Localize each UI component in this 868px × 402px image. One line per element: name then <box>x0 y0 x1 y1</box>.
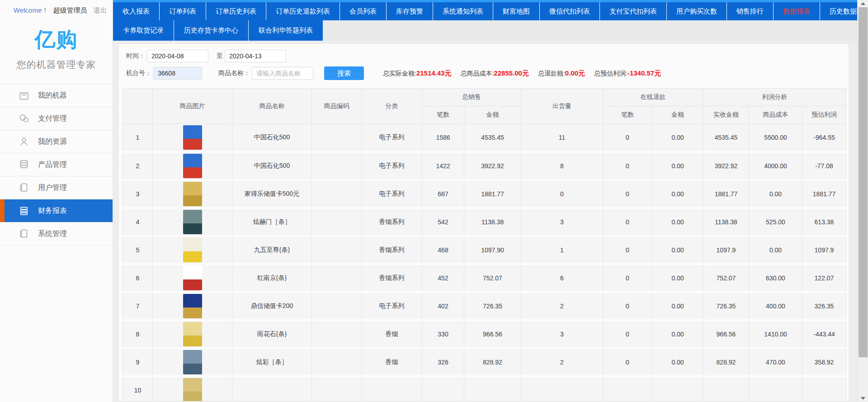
sidebar-item-我的机器[interactable]: 我的机器 <box>0 84 113 107</box>
scroll-up-arrow-icon[interactable] <box>858 0 868 7</box>
cell-received: 726.35 <box>703 292 749 320</box>
cell-sales_amount: 1097.90 <box>464 236 521 264</box>
cell-sales_count: 468 <box>422 236 464 264</box>
report-table: 商品图片 商品名称 商品编码 分类 总销售 出货量 在线退款 利润分析 笔数 <box>123 88 846 402</box>
col-est-profit: 预估利润 <box>802 106 846 124</box>
payment-icon <box>18 113 30 124</box>
summary-bar: 总实际金额:21514.43元总商品成本:22855.00元总退款额:0.00元… <box>383 69 670 78</box>
top-nav-item-用户购买次数[interactable]: 用户购买次数 <box>666 2 726 20</box>
cell-code <box>312 264 362 292</box>
summary-value: 21514.43元 <box>416 69 452 77</box>
top-nav-item-订单列表[interactable]: 订单列表 <box>159 2 206 20</box>
cell-profit: 1881.77 <box>802 180 846 208</box>
cell-cost: 525.00 <box>749 208 802 236</box>
sidebar-item-系统管理[interactable]: 系统管理 <box>0 222 113 246</box>
sidebar: Welcome！ 超级管理员 退出 亿购 您的机器管理专家 我的机器支付管理我的… <box>0 0 113 402</box>
top-nav-item-会员列表[interactable]: 会员列表 <box>340 2 386 20</box>
col-sales-count: 笔数 <box>422 106 464 124</box>
filter-row-time: 时间： 至 <box>126 49 845 63</box>
cell-name: 中国石化500 <box>232 124 312 152</box>
logout-link[interactable]: 退出 <box>94 6 107 14</box>
col-group-online-refund: 在线退款 <box>603 89 703 106</box>
sidebar-item-label: 支付管理 <box>38 114 67 123</box>
summary-value: -1340.57元 <box>627 69 661 77</box>
cell-refund_amount: 0.00 <box>652 124 703 152</box>
cell-cost: 1410.00 <box>749 320 802 348</box>
cell-received: 752.07 <box>703 264 749 292</box>
cell-ship: 3 <box>521 320 603 348</box>
sidebar-item-我的资源[interactable]: 我的资源 <box>0 130 113 153</box>
top-nav-item-收入报表[interactable]: 收入报表 <box>113 2 159 20</box>
col-refund-amount: 金额 <box>652 106 703 124</box>
machine-id-input[interactable] <box>153 67 202 80</box>
col-refund-count: 笔数 <box>603 106 652 124</box>
cell-name: 家得乐储值卡500元 <box>232 180 312 208</box>
cell-code <box>312 180 362 208</box>
cell-sales_count: 687 <box>422 180 464 208</box>
top-nav-item-微信代扣列表[interactable]: 微信代扣列表 <box>539 2 599 20</box>
cell-sales_amount: 966.56 <box>464 320 521 348</box>
document-icon <box>18 182 30 194</box>
cell-sales_amount: 1881.77 <box>464 180 521 208</box>
top-nav-item-历史数据报表[interactable]: 历史数据报表 <box>820 2 857 20</box>
table-body: 1中国石化500电子系列15864535.451100.004535.45550… <box>123 124 846 402</box>
top-nav-item-支付宝代扣列表[interactable]: 支付宝代扣列表 <box>599 2 666 20</box>
product-name-input[interactable] <box>252 67 313 80</box>
cell-refund_count: 0 <box>603 152 652 180</box>
top-nav-item-财富地图[interactable]: 财富地图 <box>493 2 539 20</box>
sub-nav-item-联合利华答题列表[interactable]: 联合利华答题列表 <box>248 20 323 41</box>
sidebar-item-支付管理[interactable]: 支付管理 <box>0 107 113 130</box>
cell-sales_count: 542 <box>422 208 464 236</box>
product-image <box>183 350 202 374</box>
top-nav-item-销售排行[interactable]: 销售排行 <box>726 2 773 20</box>
cell-idx: 1 <box>123 124 153 152</box>
product-image-cell <box>153 152 232 180</box>
cell-idx: 9 <box>123 348 153 376</box>
cell-refund_count: 0 <box>603 264 652 292</box>
layers-icon <box>18 205 30 217</box>
summary-item: 总预估利润:-1340.57元 <box>594 69 661 78</box>
sub-nav-item-历史存货卡券中心[interactable]: 历史存货卡券中心 <box>174 20 248 41</box>
scroll-down-arrow-icon[interactable] <box>858 395 868 402</box>
cell-sales_amount: 3922.92 <box>464 152 521 180</box>
table-row: 8雨花石(条)香烟330966.56300.00966.561410.00-44… <box>123 320 846 348</box>
cell-sales_amount <box>464 376 521 402</box>
col-category: 分类 <box>362 89 422 124</box>
cell-refund_count: 0 <box>603 348 652 376</box>
sidebar-item-产品管理[interactable]: 产品管理 <box>0 153 113 176</box>
sub-nav-item-卡券取货记录[interactable]: 卡券取货记录 <box>113 20 174 41</box>
top-nav-item-数据报表[interactable]: 数据报表 <box>773 2 820 20</box>
cell-category: 香烟系列 <box>362 208 422 236</box>
main-area: 收入报表订单列表订单历史列表订单历史退款列表会员列表库存预警系统通知列表财富地图… <box>113 0 857 402</box>
cell-profit: 1097.9 <box>802 236 846 264</box>
scrollbar-thumb[interactable] <box>859 7 868 357</box>
content: 时间： 至 机台号： 商品名称： 搜索 总实际金额:21514.43元总商品成本 <box>113 41 857 402</box>
cell-category: 电子系列 <box>362 292 422 320</box>
sidebar-item-用户管理[interactable]: 用户管理 <box>0 176 113 199</box>
cell-code <box>312 208 362 236</box>
cell-idx: 8 <box>123 320 153 348</box>
cell-category: 香烟系列 <box>362 264 422 292</box>
cell-sales_count: 1422 <box>422 152 464 180</box>
date-to-input[interactable] <box>225 50 286 62</box>
date-from-input[interactable] <box>147 50 208 62</box>
cell-code <box>312 348 362 376</box>
top-nav-item-订单历史列表[interactable]: 订单历史列表 <box>206 2 266 20</box>
cell-name: 九五至尊(条) <box>232 236 312 264</box>
cell-name: 红南京(条) <box>232 264 312 292</box>
cell-category: 香烟 <box>362 348 422 376</box>
top-nav-item-库存预警[interactable]: 库存预警 <box>386 2 433 20</box>
top-nav-item-系统通知列表[interactable]: 系统通知列表 <box>433 2 493 20</box>
sidebar-item-财务报表[interactable]: 财务报表 <box>0 199 113 222</box>
sidebar-item-label: 我的机器 <box>38 91 67 100</box>
sidebar-menu: 我的机器支付管理我的资源产品管理用户管理财务报表系统管理 <box>0 84 113 246</box>
col-received: 实收金额 <box>703 106 749 124</box>
page: Welcome！ 超级管理员 退出 亿购 您的机器管理专家 我的机器支付管理我的… <box>0 0 868 402</box>
vertical-scrollbar[interactable] <box>857 0 868 402</box>
cell-ship: 2 <box>521 292 603 320</box>
cell-cost: 5500.00 <box>749 124 802 152</box>
top-nav-item-订单历史退款列表[interactable]: 订单历史退款列表 <box>266 2 340 20</box>
cell-idx: 5 <box>123 236 153 264</box>
cell-refund_count: 0 <box>603 320 652 348</box>
search-button[interactable]: 搜索 <box>324 66 364 80</box>
